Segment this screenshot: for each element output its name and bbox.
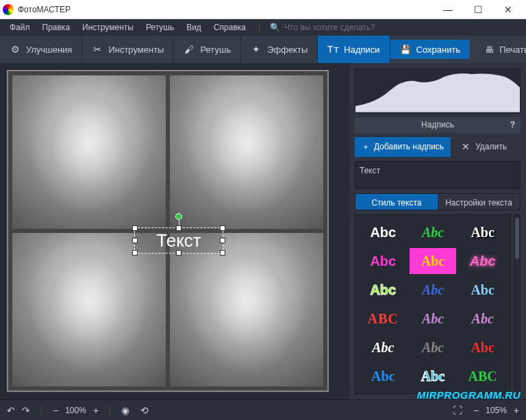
photo-tile [170, 75, 323, 229]
close-icon: ✕ [462, 141, 470, 152]
tab-retouch[interactable]: 🖌Ретушь [174, 36, 241, 63]
zoom-level: 100% [65, 406, 86, 415]
status-bar: ↶ ↷ − 100% + ◉ ⟲ ⛶ − 105% + [0, 399, 526, 420]
sparkle-icon: ✦ [251, 44, 262, 55]
brush-icon: 🖌 [184, 44, 195, 55]
resize-handle[interactable] [220, 238, 225, 243]
text-style-preset[interactable]: Abc [410, 248, 457, 274]
side-panel: Надпись ? ＋Добавить надпись ✕Удалить Тек… [349, 63, 526, 399]
text-style-preset[interactable]: Abc [459, 248, 506, 274]
undo-button[interactable]: ↶ [7, 405, 15, 416]
rotate-button[interactable]: ⟲ [140, 405, 149, 416]
zoom-out-button[interactable]: − [53, 405, 58, 416]
resize-handle[interactable] [176, 225, 181, 231]
text-style-preset[interactable]: Abc [410, 363, 457, 389]
crop-icon: ✂ [92, 44, 103, 55]
menu-retouch[interactable]: Ретушь [140, 21, 179, 34]
menu-edit[interactable]: Правка [37, 21, 76, 34]
caption-text-input[interactable]: Текст [355, 161, 521, 189]
text-style-preset[interactable]: Abc [360, 363, 407, 389]
styles-scrollbar[interactable] [514, 214, 521, 394]
text-style-preset[interactable]: Abc [410, 277, 457, 303]
text-style-preset[interactable]: Abc [410, 334, 457, 360]
zoom-level-2: 105% [486, 406, 507, 415]
text-style-preset[interactable]: Abc [410, 219, 457, 245]
tab-enhance[interactable]: ⚙Улучшения [0, 36, 82, 63]
minimize-button[interactable]: — [433, 0, 463, 19]
resize-handle[interactable] [176, 250, 181, 256]
sliders-icon: ⚙ [10, 44, 21, 55]
titlebar: ФотоМАСТЕР — ☐ ✕ [0, 0, 526, 19]
canvas[interactable]: Текст [7, 70, 329, 392]
menu-tools[interactable]: Инструменты [77, 21, 139, 34]
help-button[interactable]: ? [510, 120, 515, 129]
text-overlay-label: Текст [156, 230, 201, 251]
menu-view[interactable]: Вид [181, 21, 207, 34]
panel-title: Надпись [421, 120, 454, 129]
menu-separator: | [253, 21, 266, 34]
text-style-preset[interactable]: Abc [459, 306, 506, 332]
menu-file[interactable]: Файл [4, 21, 36, 34]
tab-effects[interactable]: ✦Эффекты [241, 36, 318, 63]
text-style-preset[interactable]: Abc [360, 248, 407, 274]
text-style-preset[interactable]: ABC [459, 363, 506, 389]
text-style-preset[interactable]: ABC [360, 306, 407, 332]
redo-button[interactable]: ↷ [22, 405, 30, 416]
save-icon: 💾 [400, 45, 411, 55]
rotate-handle[interactable] [175, 213, 182, 220]
compare-button[interactable]: ◉ [121, 405, 129, 416]
panel-header: Надпись ? [355, 117, 521, 133]
search-icon: 🔍 [270, 23, 280, 32]
resize-handle[interactable] [132, 225, 138, 231]
search-input[interactable] [284, 23, 394, 32]
resize-handle[interactable] [132, 250, 138, 256]
app-title: ФотоМАСТЕР [18, 5, 433, 14]
photo-tile [12, 75, 166, 229]
tab-captions[interactable]: TᴛНадписи [318, 36, 390, 63]
text-style-preset[interactable]: Abc [360, 277, 407, 303]
delete-caption-button[interactable]: ✕Удалить [456, 137, 512, 157]
fit-screen-button[interactable]: ⛶ [453, 405, 462, 416]
text-style-preset[interactable]: Abc [459, 277, 506, 303]
resize-handle[interactable] [220, 225, 225, 231]
menubar: Файл Правка Инструменты Ретушь Вид Справ… [0, 19, 526, 36]
text-style-preset[interactable]: Abc [360, 219, 407, 245]
subtab-style[interactable]: Стиль текста [355, 194, 438, 210]
scrollbar-thumb[interactable] [515, 218, 519, 259]
add-caption-button[interactable]: ＋Добавить надпись [355, 137, 451, 157]
text-style-preset[interactable]: Abc [410, 306, 457, 332]
zoom-in-button[interactable]: + [93, 405, 99, 416]
print-icon: 🖶 [485, 45, 494, 55]
plus-icon: ＋ [362, 141, 370, 153]
zoom-in-button-2[interactable]: + [514, 405, 519, 416]
app-logo-icon [3, 4, 14, 15]
subtab-settings[interactable]: Настройки текста [438, 194, 520, 210]
text-overlay[interactable]: Текст [134, 227, 223, 254]
zoom-out-button-2[interactable]: − [473, 405, 479, 416]
tab-tools[interactable]: ✂Инструменты [82, 36, 174, 63]
text-style-preset[interactable]: Abc [459, 219, 506, 245]
text-style-preset[interactable]: Abc [360, 334, 407, 360]
photo-tile [170, 233, 323, 386]
canvas-area[interactable]: Текст [0, 63, 349, 399]
histogram [355, 69, 521, 113]
save-button[interactable]: 💾Сохранить [390, 40, 471, 59]
text-icon: Tᴛ [327, 44, 338, 55]
tabbar: ⚙Улучшения ✂Инструменты 🖌Ретушь ✦Эффекты… [0, 36, 526, 63]
maximize-button[interactable]: ☐ [463, 0, 493, 19]
close-button[interactable]: ✕ [493, 0, 523, 19]
text-style-preset[interactable]: Abc [459, 334, 506, 360]
print-button[interactable]: 🖶Печать [475, 36, 526, 63]
text-styles-grid: AbcAbcAbcAbcAbcAbcAbcAbcAbcABCAbcAbcAbcA… [355, 214, 511, 394]
photo-tile [12, 233, 166, 386]
resize-handle[interactable] [220, 250, 225, 256]
menu-help[interactable]: Справка [208, 21, 251, 34]
resize-handle[interactable] [132, 238, 138, 243]
